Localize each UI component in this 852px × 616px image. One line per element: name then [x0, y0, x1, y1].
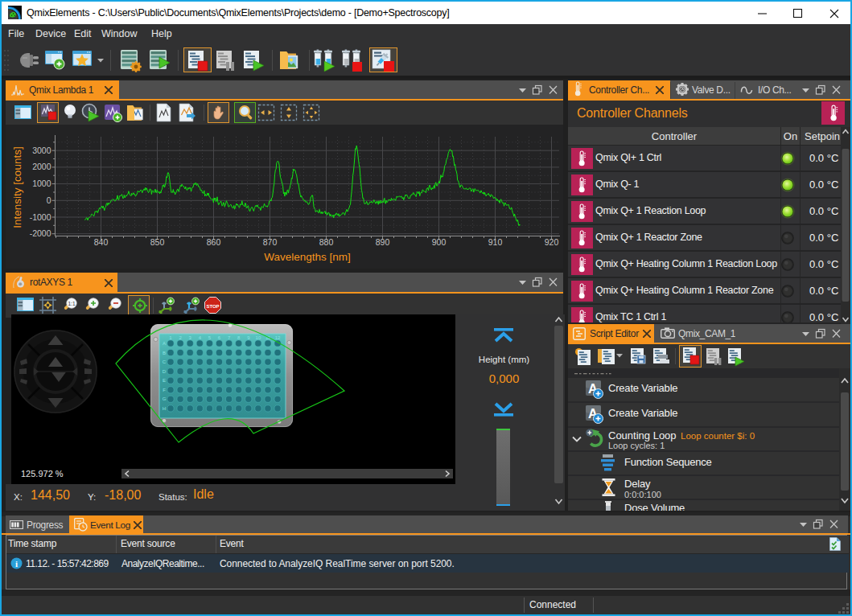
svg-text:C: C: [163, 359, 167, 364]
svg-text:920: 920: [545, 237, 559, 247]
svg-text:890: 890: [376, 237, 390, 247]
svg-text:STOP: STOP: [206, 304, 219, 309]
svg-text:3000: 3000: [32, 146, 51, 155]
svg-text:1000: 1000: [32, 179, 51, 188]
svg-text:125.972 %: 125.972 %: [21, 469, 64, 478]
svg-text:0: 0: [47, 195, 51, 205]
svg-text:840: 840: [94, 237, 109, 247]
svg-text:900: 900: [432, 237, 447, 247]
svg-text:2000: 2000: [32, 162, 51, 171]
svg-text:Intensity [counts]: Intensity [counts]: [11, 146, 23, 228]
svg-text:-1000: -1000: [30, 212, 51, 222]
svg-text:12: 12: [275, 335, 281, 340]
svg-text:Wavelengths [nm]: Wavelengths [nm]: [264, 251, 351, 263]
svg-text:860: 860: [207, 237, 221, 247]
svg-text:850: 850: [150, 237, 165, 247]
svg-text:1:1: 1:1: [68, 301, 75, 306]
svg-text:H: H: [163, 406, 166, 411]
svg-text:D: D: [163, 369, 167, 374]
svg-text:i: i: [15, 559, 18, 569]
svg-text:10: 10: [256, 335, 261, 340]
svg-text:-2000: -2000: [30, 228, 51, 238]
svg-text:E: E: [163, 378, 166, 383]
svg-text:F: F: [163, 388, 166, 392]
svg-text:B: B: [163, 351, 166, 355]
svg-text:G: G: [163, 396, 167, 401]
svg-text:880: 880: [319, 237, 334, 247]
svg-text:910: 910: [488, 237, 503, 247]
svg-text:870: 870: [263, 237, 278, 247]
svg-text:A: A: [163, 341, 166, 346]
